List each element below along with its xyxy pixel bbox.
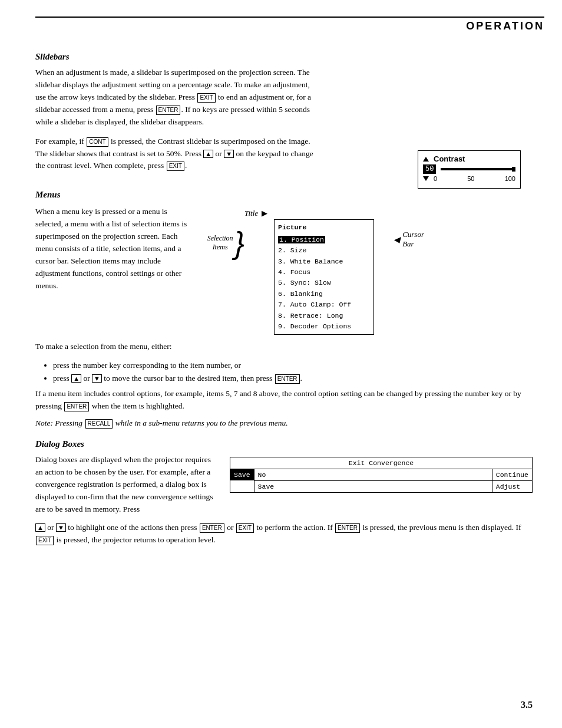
header-bar: OPERATION (35, 17, 544, 32)
slidebars-para1: When an adjustment is made, a slidebar i… (35, 67, 318, 129)
dn-key-badge2: ▼ (92, 374, 102, 383)
contrast-slidebar-diagram: Contrast 50 0 50 100 (418, 150, 521, 189)
up-key-badge2: ▲ (71, 374, 81, 383)
dialog-save-btn[interactable]: Save (230, 469, 254, 480)
cursor-bar-group: ◀ Cursor Bar (394, 230, 424, 249)
dn-key-badge: ▼ (224, 150, 234, 158)
contrast-track (441, 168, 515, 170)
menus-diagram-col: Title ▶ Picture 1. Position 2. Size 3. W… (206, 206, 533, 335)
menu-item-2: 2. Size (278, 245, 370, 256)
menus-section: Menus When a menu key is pressed or a me… (35, 190, 533, 429)
menu-item-1: 1. Position (278, 235, 370, 245)
page-number: 3.5 (521, 700, 533, 710)
cursor-bar-label: Cursor Bar (402, 230, 424, 249)
content-area: Slidebars Contrast 50 0 50 100 (35, 41, 533, 552)
menus-layout: When a menu key is pressed or a menu is … (35, 206, 533, 335)
dialog-save2-btn[interactable]: Save (254, 481, 492, 492)
dialog-left-col: Save (230, 469, 254, 492)
dialog-adjust-btn[interactable]: Adjust (492, 481, 532, 492)
recall-key-badge: RECALL (85, 419, 113, 429)
dialog-diagram-col: Exit Convergence Save No Save Continue A… (230, 454, 533, 516)
enter-key-badge4: ENTER (200, 523, 224, 533)
menus-para2: If a menu item includes control options,… (35, 388, 533, 413)
menu-box: Picture 1. Position 2. Size 3. White Bal… (274, 219, 374, 335)
enter-key-badge3: ENTER (64, 402, 89, 411)
menus-body-text: When a menu key is pressed or a menu is … (35, 206, 194, 292)
contrast-down-arrow-icon (423, 176, 429, 181)
contrast-scale-min: 0 (434, 175, 437, 182)
menu-diagram: Title ▶ Picture 1. Position 2. Size 3. W… (212, 209, 533, 335)
contrast-scale-max: 100 (505, 175, 515, 182)
slidebars-heading: Slidebars (35, 52, 533, 62)
enter-key-badge2: ENTER (275, 374, 300, 384)
exit-key-badge5: EXIT (36, 536, 54, 545)
dialog-continue-btn[interactable]: Continue (492, 469, 532, 481)
menu-title-label: Title (244, 209, 258, 218)
menu-item-4: 4. Focus (278, 267, 370, 278)
selection-items-label: SelectionItems (207, 234, 233, 252)
dialog-para1: Dialog boxes are displayed when the proj… (35, 454, 218, 516)
contrast-up-arrow-icon (423, 157, 429, 162)
cont-key-badge: CONT (87, 137, 108, 147)
menu-title-row: Title ▶ (244, 209, 533, 218)
menu-item-5: 5. Sync: Slow (278, 278, 370, 288)
menus-bullet-list: press the number key corresponding to th… (47, 359, 533, 384)
selection-brace-icon: } (234, 228, 244, 258)
exit2-key-badge: EXIT (167, 162, 184, 171)
dialog-no-btn[interactable]: No (254, 469, 492, 481)
menus-para-after: To make a selection from the menu, eithe… (35, 341, 533, 353)
dialog-boxes-heading: Dialog Boxes (35, 439, 533, 449)
up-key-badge3: ▲ (35, 523, 45, 532)
contrast-end-marker (512, 167, 515, 172)
bullet-item-1: press the number key corresponding to th… (53, 359, 533, 372)
dn-key-badge3: ▼ (56, 523, 66, 532)
enter-key-badge5: ENTER (335, 523, 360, 533)
header-title: OPERATION (466, 20, 544, 32)
dialog-middle-col: No Save (254, 469, 492, 492)
dialog-boxes-section: Dialog Boxes Dialog boxes are displayed … (35, 439, 533, 546)
contrast-value: 50 (423, 164, 436, 174)
contrast-title: Contrast (434, 154, 465, 163)
cursor-bar-arrow-icon: ◀ (394, 235, 400, 245)
dialog-box-title: Exit Convergence (230, 457, 532, 469)
menu-title-arrow-icon: ▶ (262, 209, 267, 218)
menu-item-highlighted-text: 1. Position (278, 236, 325, 243)
selection-items-group: SelectionItems } (212, 228, 244, 258)
bullet-item-2: press ▲ or ▼ to move the cursor bar to t… (53, 372, 533, 385)
exit-key-badge4: EXIT (236, 523, 254, 533)
menu-item-3: 3. White Balance (278, 256, 370, 267)
up-key-badge: ▲ (203, 150, 213, 158)
dialog-box: Exit Convergence Save No Save Continue A… (230, 457, 533, 493)
slidebars-para2: For example, if CONT is pressed, the Con… (35, 136, 318, 173)
dialog-right-col: Continue Adjust (492, 469, 532, 492)
menu-item-6: 6. Blanking (278, 289, 370, 299)
enter-key-badge: ENTER (156, 106, 181, 115)
menu-box-title: Picture (278, 222, 370, 233)
menus-heading: Menus (35, 190, 533, 200)
exit-key-badge: EXIT (197, 93, 215, 103)
menu-item-8: 8. Retrace: Long (278, 311, 370, 321)
menu-item-9: 9. Decoder Options (278, 321, 370, 332)
dialog-box-buttons: Save No Save Continue Adjust (230, 469, 532, 492)
dialog-layout: Dialog boxes are displayed when the proj… (35, 454, 533, 516)
dialog-text-col: Dialog boxes are displayed when the proj… (35, 454, 218, 516)
menus-text-col: When a menu key is pressed or a menu is … (35, 206, 194, 335)
slidebars-section: Slidebars Contrast 50 0 50 100 (35, 52, 533, 172)
contrast-scale-mid: 50 (467, 175, 474, 182)
menu-item-7: 7. Auto Clamp: Off (278, 299, 370, 310)
menus-note: Note: Pressing RECALL while in a sub-men… (35, 419, 533, 429)
dialog-para2: ▲ or ▼ to highlight one of the actions t… (35, 522, 533, 546)
